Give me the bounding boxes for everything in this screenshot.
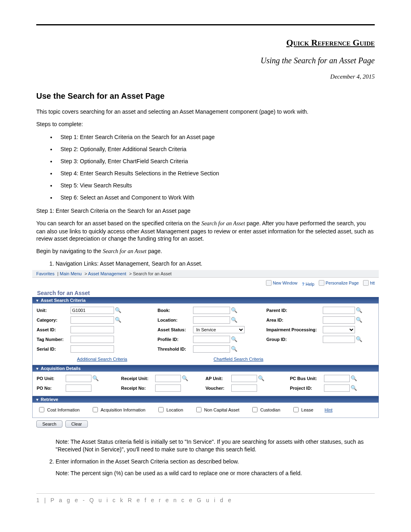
http-link[interactable]: htt — [363, 280, 375, 286]
assetid-label: Asset ID: — [37, 327, 71, 332]
status-select[interactable]: In Service — [193, 326, 245, 333]
doc-title: Quick Reference Guide — [36, 37, 375, 48]
receipt-no-input[interactable] — [155, 384, 181, 392]
ordered-list-2: Enter information in the Asset Search Cr… — [56, 458, 375, 465]
impair-label: Impairment Processing: — [266, 327, 323, 332]
project-id-label: Project ID: — [290, 386, 324, 391]
lookup-icon[interactable]: 🔍 — [231, 307, 237, 314]
retrieve-bar[interactable]: ▾Retrieve — [32, 396, 379, 403]
assetid-input[interactable] — [71, 326, 114, 333]
location-input[interactable] — [193, 316, 230, 324]
profile-input[interactable] — [193, 336, 230, 343]
crumb-main-menu[interactable]: Main Menu — [60, 271, 81, 276]
category-input[interactable] — [71, 316, 114, 324]
lookup-icon[interactable]: 🔍 — [258, 375, 264, 382]
help-link[interactable]: ?Help — [302, 282, 314, 287]
crumb-favorites[interactable]: Favorites — [36, 271, 54, 276]
threshold-label: Threshold ID: — [158, 347, 193, 351]
serial-input[interactable] — [71, 345, 114, 353]
pc-bus-unit-input[interactable] — [324, 375, 350, 382]
impair-select[interactable] — [323, 326, 355, 333]
doc-header: Quick Reference Guide — [36, 37, 375, 48]
step-item: Step 4: Enter Search Results Selections … — [56, 170, 375, 177]
asset-search-criteria-panel: Unit:🔍 Book:🔍 Parent ID:🔍 Category:🔍 Loc… — [32, 303, 379, 365]
lookup-icon[interactable]: 🔍 — [231, 317, 237, 323]
doc-subtitle: Using the Search for an Asset Page — [36, 56, 375, 65]
step-item: Step 2: Optionally, Enter Additional Sea… — [56, 146, 375, 152]
lookup-icon[interactable]: 🔍 — [231, 346, 237, 352]
voucher-label: Voucher: — [206, 386, 231, 391]
unit-label: Unit: — [37, 308, 71, 313]
step-item: Step 6: Select an Asset and Component to… — [56, 194, 375, 201]
note-2: Note: The percent sign (%) can be used a… — [56, 470, 375, 477]
group-input[interactable] — [323, 336, 355, 343]
po-unit-label: PO Unit: — [37, 376, 66, 381]
acquisition-details-bar[interactable]: ▾Acquisition Details — [32, 365, 379, 372]
breadcrumb: Favorites | Main Menu > Asset Management… — [32, 270, 379, 278]
personalize-link[interactable]: Personalize Page — [319, 280, 359, 286]
list-item: Enter information in the Asset Search Cr… — [56, 458, 375, 465]
lookup-icon[interactable]: 🔍 — [115, 307, 121, 314]
receipt-unit-input[interactable] — [155, 375, 181, 382]
parent-label: Parent ID: — [266, 308, 323, 313]
area-label: Area ID: — [266, 318, 323, 322]
lookup-icon[interactable]: 🔍 — [351, 375, 357, 382]
steps-list: Step 1: Enter Search Criteria on the Sea… — [56, 134, 375, 201]
ordered-list-1: Navigation Links: Asset Management, Sear… — [56, 260, 375, 267]
cost-information-check[interactable]: Cost Information — [37, 406, 80, 414]
page-footer: 1 | P a g e - Q u i c k R e f e r e n c … — [36, 493, 375, 503]
note-1: Note: The Asset Status criteria field is… — [56, 438, 375, 453]
acquisition-details-panel: PO Unit:🔍 Receipt Unit:🔍 AP Unit:🔍 PC Bu… — [32, 372, 379, 396]
ap-unit-label: AP Unit: — [206, 376, 231, 381]
chartfield-search-link[interactable]: Chartfield Search Criteria — [214, 357, 264, 362]
lookup-icon[interactable]: 🔍 — [115, 317, 121, 323]
po-no-input[interactable] — [66, 384, 91, 392]
custodian-check[interactable]: Custodian — [251, 406, 280, 414]
retrieve-panel: Cost Information Acquisition Information… — [32, 403, 379, 418]
section-heading: Use the Search for an Asset Page — [36, 91, 375, 101]
lookup-icon[interactable]: 🔍 — [92, 375, 99, 382]
step-item: Step 3: Optionally, Enter ChartField Sea… — [56, 158, 375, 164]
lookup-icon[interactable]: 🔍 — [356, 317, 362, 323]
location-check[interactable]: Location — [157, 406, 183, 414]
profile-label: Profile ID: — [158, 337, 193, 342]
book-input[interactable] — [193, 307, 230, 314]
po-unit-input[interactable] — [66, 375, 91, 382]
unit-input[interactable] — [71, 307, 114, 314]
ap-unit-input[interactable] — [231, 375, 257, 382]
group-label: Group ID: — [266, 337, 323, 342]
project-id-input[interactable] — [324, 384, 350, 392]
clear-button[interactable]: Clear — [65, 420, 88, 428]
steps-label: Steps to complete: — [36, 121, 375, 128]
new-window-icon — [266, 280, 272, 286]
lookup-icon[interactable]: 🔍 — [351, 385, 357, 391]
serial-label: Serial ID: — [37, 347, 71, 351]
app-screenshot: Favorites | Main Menu > Asset Management… — [32, 270, 379, 432]
po-no-label: PO No: — [37, 386, 66, 391]
intro-paragraph: This topic covers searching for an asset… — [36, 108, 375, 116]
lookup-icon[interactable]: 🔍 — [231, 336, 237, 343]
lease-check[interactable]: Lease — [292, 406, 313, 414]
lookup-icon[interactable]: 🔍 — [356, 307, 362, 314]
asset-search-criteria-bar[interactable]: ▾Asset Search Criteria — [32, 297, 379, 303]
lookup-icon[interactable]: 🔍 — [356, 336, 362, 343]
hint-link[interactable]: Hint — [325, 407, 333, 412]
additional-search-link[interactable]: Additional Search Criteria — [77, 357, 127, 362]
search-button[interactable]: Search — [36, 420, 62, 428]
lookup-icon[interactable]: 🔍 — [182, 375, 188, 382]
acquisition-information-check[interactable]: Acquisition Information — [91, 406, 145, 414]
crumb-asset-management[interactable]: Asset Management — [88, 271, 127, 276]
non-capital-asset-check[interactable]: Non Capital Asset — [195, 406, 239, 414]
status-label: Asset Status: — [158, 327, 193, 332]
parent-input[interactable] — [323, 307, 355, 314]
area-input[interactable] — [323, 316, 355, 324]
tag-input[interactable] — [71, 336, 114, 343]
threshold-input[interactable] — [193, 345, 230, 353]
personalize-icon — [319, 280, 324, 286]
voucher-input[interactable] — [231, 384, 257, 392]
pc-bus-unit-label: PC Bus Unit: — [290, 376, 324, 381]
new-window-link[interactable]: New Window — [266, 280, 297, 286]
crumb-current: Search for an Asset — [133, 271, 172, 276]
collapse-icon: ▾ — [36, 298, 38, 303]
tag-label: Tag Number: — [37, 337, 71, 342]
